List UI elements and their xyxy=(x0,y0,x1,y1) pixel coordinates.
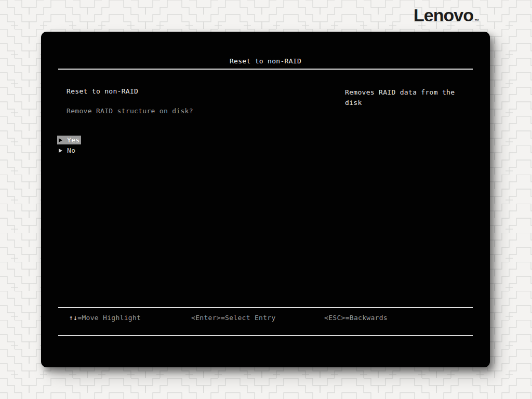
option-arrow-icon xyxy=(59,149,62,153)
page-title: Reset to non-RAID xyxy=(41,57,490,65)
hotkey-keys: <Enter> xyxy=(191,314,221,322)
hotkey-action: =Select Entry xyxy=(221,314,276,322)
hotkey-action: =Move Highlight xyxy=(77,314,141,322)
option-label: Yes xyxy=(67,136,79,144)
hotkey-action: =Backwards xyxy=(345,314,388,322)
option-yes[interactable]: Yes xyxy=(57,136,81,144)
option-arrow-icon xyxy=(59,138,62,142)
lenovo-logo: Lenovo ™ xyxy=(414,6,479,24)
help-panel-text: Removes RAID data from the disk xyxy=(345,87,462,108)
setting-question: Remove RAID structure on disk? xyxy=(66,107,193,115)
hotkey-backwards: <ESC>=Backwards xyxy=(324,314,388,322)
lenovo-logo-text: Lenovo xyxy=(414,6,473,24)
up-down-arrows-icon: ↑↓ xyxy=(69,314,77,322)
option-label: No xyxy=(67,147,75,154)
option-no[interactable]: No xyxy=(57,146,77,155)
title-separator-line xyxy=(58,69,473,70)
trademark-symbol: ™ xyxy=(474,18,479,24)
bios-dialog-window: Reset to non-RAID Reset to non-RAID Remo… xyxy=(41,32,490,367)
hotkey-keys: <ESC> xyxy=(324,314,345,322)
footer-separator-line-bottom xyxy=(58,335,473,336)
hotkey-select-entry: <Enter>=Select Entry xyxy=(191,314,276,322)
hotkey-move-highlight: ↑↓=Move Highlight xyxy=(69,314,141,322)
footer-separator-line-top xyxy=(58,307,473,308)
setting-label: Reset to non-RAID xyxy=(66,87,138,95)
option-list: Yes No xyxy=(57,136,81,156)
